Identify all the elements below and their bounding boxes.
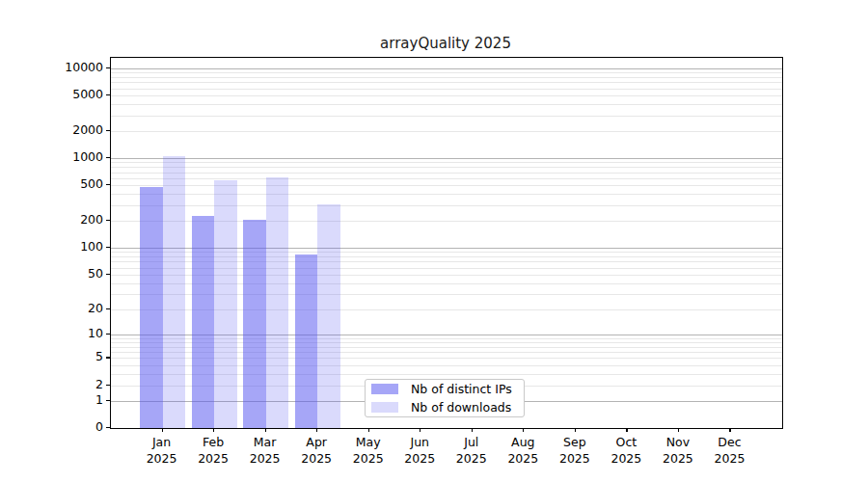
y-axis-tick-label: 500 xyxy=(53,177,103,191)
x-axis-tick-mark xyxy=(472,428,473,432)
x-axis-tick-mark xyxy=(678,428,679,432)
x-axis-tick-mark xyxy=(575,428,576,432)
y-gridline-minor xyxy=(111,82,782,83)
legend-swatch-distinct-ips xyxy=(371,384,398,394)
x-axis-tick-mark xyxy=(626,428,627,432)
chart-title: arrayQuality 2025 xyxy=(110,35,781,52)
y-axis-tick-mark xyxy=(106,400,110,401)
y-axis-tick-label: 50 xyxy=(53,267,103,281)
x-axis-tick-mark xyxy=(213,428,214,432)
y-axis-tick-mark xyxy=(106,334,110,335)
y-gridline-minor xyxy=(111,162,782,163)
x-axis-tick-label: Nov 2025 xyxy=(649,435,707,467)
y-axis-tick-mark xyxy=(106,157,110,158)
plot-area xyxy=(110,57,783,429)
x-axis-tick-label: Aug 2025 xyxy=(494,435,552,467)
y-gridline-major xyxy=(111,158,782,159)
legend-label: Nb of downloads xyxy=(411,400,511,415)
y-gridline-minor xyxy=(111,116,782,117)
bar-downloads xyxy=(317,204,340,428)
bar-distinct-ips xyxy=(192,216,215,428)
bar-downloads xyxy=(214,180,237,428)
legend: Nb of distinct IPsNb of downloads xyxy=(365,379,525,417)
y-axis-tick-label: 10 xyxy=(53,327,103,340)
y-axis-tick-label: 200 xyxy=(53,213,103,227)
y-gridline-minor xyxy=(111,77,782,78)
y-axis-tick-mark xyxy=(106,130,110,131)
y-axis-tick-mark xyxy=(106,308,110,309)
y-gridline-minor xyxy=(111,167,782,168)
figure: arrayQuality 2025 0125102050100200500100… xyxy=(0,0,868,482)
legend-swatch-downloads xyxy=(371,402,398,413)
x-axis-tick-mark xyxy=(368,428,369,432)
x-axis-tick-label: Feb 2025 xyxy=(184,435,242,467)
x-axis-tick-label: Jul 2025 xyxy=(443,435,501,467)
y-axis-tick-mark xyxy=(106,385,110,386)
legend-item: Nb of downloads xyxy=(366,400,524,415)
y-gridline-minor xyxy=(111,131,782,132)
x-axis-tick-label: Sep 2025 xyxy=(546,435,604,467)
y-axis-tick-mark xyxy=(106,220,110,221)
y-gridline-minor xyxy=(111,194,782,195)
y-axis-tick-label: 20 xyxy=(53,302,103,315)
x-axis-tick-label: Dec 2025 xyxy=(700,435,758,467)
y-axis-tick-label: 5000 xyxy=(53,88,103,101)
x-axis-tick-label: May 2025 xyxy=(339,435,397,467)
y-gridline-minor xyxy=(111,185,782,186)
x-axis-tick-mark xyxy=(316,428,317,432)
y-gridline-minor xyxy=(111,104,782,105)
y-gridline-major xyxy=(111,68,782,69)
x-axis-tick-label: Mar 2025 xyxy=(236,435,294,467)
y-axis-tick-label: 1000 xyxy=(53,150,103,164)
y-gridline-minor xyxy=(111,178,782,179)
y-axis-tick-label: 2000 xyxy=(53,123,103,137)
y-axis-tick-mark xyxy=(106,357,110,358)
y-axis-tick-mark xyxy=(106,184,110,185)
bar-downloads xyxy=(266,177,289,428)
x-axis-tick-label: Jun 2025 xyxy=(391,435,448,467)
x-axis-tick-mark xyxy=(162,428,163,432)
y-axis-tick-label: 100 xyxy=(53,240,103,254)
y-axis-tick-mark xyxy=(106,94,110,95)
bar-downloads xyxy=(163,156,186,428)
y-gridline-minor xyxy=(111,89,782,90)
y-axis-tick-label: 1 xyxy=(53,393,103,407)
y-gridline-minor xyxy=(111,205,782,206)
legend-label: Nb of distinct IPs xyxy=(411,382,512,396)
y-axis-tick-mark xyxy=(106,67,110,68)
x-axis-tick-mark xyxy=(420,428,420,432)
x-axis-tick-mark xyxy=(523,428,524,432)
x-axis-tick-mark xyxy=(729,428,730,432)
y-axis-tick-label: 0 xyxy=(53,420,103,434)
y-axis-tick-label: 2 xyxy=(53,378,103,391)
bar-distinct-ips xyxy=(243,220,266,428)
x-axis-tick-label: Oct 2025 xyxy=(597,435,655,467)
y-axis-tick-label: 10000 xyxy=(53,61,103,74)
y-axis-tick-mark xyxy=(106,247,110,248)
y-axis-tick-mark xyxy=(106,427,110,428)
legend-item: Nb of distinct IPs xyxy=(366,382,524,397)
bar-distinct-ips xyxy=(140,187,163,428)
bar-distinct-ips xyxy=(295,254,318,428)
y-gridline-minor xyxy=(111,173,782,174)
y-axis-tick-mark xyxy=(106,274,110,275)
x-axis-tick-label: Apr 2025 xyxy=(287,435,345,467)
x-axis-tick-mark xyxy=(265,428,266,432)
y-gridline-minor xyxy=(111,72,782,73)
x-axis-tick-label: Jan 2025 xyxy=(133,435,191,467)
y-axis-tick-label: 5 xyxy=(53,350,103,363)
y-gridline-minor xyxy=(111,95,782,96)
